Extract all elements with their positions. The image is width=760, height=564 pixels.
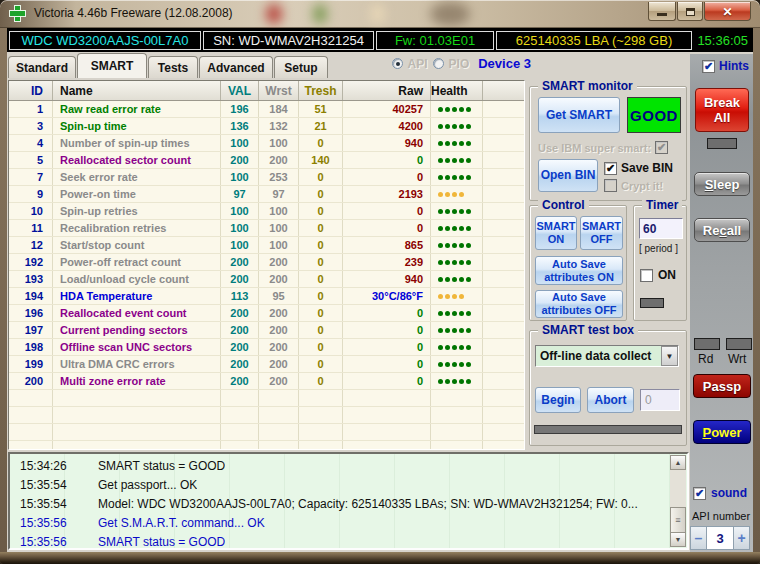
- smart-monitor-title: SMART monitor: [538, 79, 637, 93]
- scrollbar-thumb[interactable]: ≡: [670, 507, 686, 533]
- table-row[interactable]: 196 Reallocated event count 200 200 0 0: [9, 305, 524, 322]
- table-row[interactable]: 198 Offline scan UNC sectors 200 200 0 0: [9, 339, 524, 356]
- table-row[interactable]: 192 Power-off retract count 200 200 0 23…: [9, 254, 524, 271]
- health-dot: [459, 362, 464, 367]
- scroll-down-icon[interactable]: ▼: [670, 532, 686, 547]
- minimize-button[interactable]: [648, 2, 676, 21]
- recall-button[interactable]: Recall: [694, 218, 750, 242]
- cell-raw: [343, 424, 431, 440]
- autosave-off-button[interactable]: Auto Save attributes OFF: [535, 290, 623, 318]
- abort-button[interactable]: Abort: [587, 387, 634, 413]
- test-select-dropdown[interactable]: Off-line data collect ▼: [535, 345, 679, 367]
- table-row[interactable]: 197 Current pending sectors 200 200 0 0: [9, 322, 524, 339]
- table-row[interactable]: 10 Spin-up retries 100 100 0 0: [9, 203, 524, 220]
- table-row[interactable]: 11 Recalibration retries 100 100 0 0: [9, 220, 524, 237]
- log-timestamp: 15:35:54: [10, 478, 82, 492]
- cell-val: 200: [221, 356, 259, 372]
- health-dot: [459, 158, 464, 163]
- cell-tresh: 0: [299, 322, 343, 338]
- health-dot: [438, 175, 443, 180]
- smart-on-button[interactable]: SMART ON: [535, 216, 577, 250]
- api-number-decrement-button[interactable]: –: [690, 526, 707, 550]
- health-dot: [459, 141, 464, 146]
- health-dot: [445, 141, 450, 146]
- cell-val: 113: [221, 288, 259, 304]
- cell-id: 193: [9, 271, 53, 287]
- power-button[interactable]: Power: [693, 420, 751, 444]
- scroll-up-icon[interactable]: ▲: [670, 455, 686, 470]
- sleep-button[interactable]: Sleep: [694, 172, 750, 196]
- timer-group: Timer [ period ] ON: [633, 205, 687, 321]
- table-row[interactable]: 9 Power-on time 97 97 0 2193: [9, 186, 524, 203]
- autosave-on-button[interactable]: Auto Save attributes ON: [535, 256, 623, 285]
- table-row[interactable]: 7 Seek error rate 100 253 0 0: [9, 169, 524, 186]
- table-row[interactable]: [9, 441, 524, 450]
- cell-tresh: [299, 390, 343, 406]
- cell-id: 1: [9, 101, 53, 117]
- table-row[interactable]: 199 Ultra DMA CRC errors 200 200 0 0: [9, 356, 524, 373]
- health-dot: [459, 311, 464, 316]
- table-row[interactable]: 193 Load/unload cycle count 200 200 0 94…: [9, 271, 524, 288]
- log-timestamp: 15:35:56: [10, 516, 82, 530]
- open-bin-button[interactable]: Open BIN: [538, 159, 598, 192]
- timer-on-checkbox[interactable]: [640, 269, 653, 282]
- cell-wrst: 100: [259, 203, 299, 219]
- health-dot: [452, 311, 457, 316]
- health-dot: [445, 107, 450, 112]
- api-radio[interactable]: [392, 58, 403, 69]
- sound-checkbox[interactable]: [693, 487, 706, 500]
- dropdown-arrow-icon[interactable]: ▼: [661, 346, 678, 366]
- smart-off-button[interactable]: SMART OFF: [580, 216, 623, 250]
- tab-standard[interactable]: Standard: [8, 56, 76, 78]
- cell-tresh: [299, 441, 343, 450]
- api-number-increment-button[interactable]: +: [733, 526, 750, 550]
- cell-health: [431, 135, 483, 151]
- break-all-button[interactable]: Break All: [695, 88, 749, 132]
- table-row[interactable]: 4 Number of spin-up times 100 100 0 940: [9, 135, 524, 152]
- timer-period-input[interactable]: [639, 218, 683, 239]
- cell-wrst: [259, 441, 299, 450]
- table-row[interactable]: [9, 407, 524, 424]
- log-message: SMART status = GOOD: [82, 459, 225, 473]
- drive-info-bar: WDC WD3200AAJS-00L7A0 SN: WD-WMAV2H32125…: [7, 28, 753, 52]
- tab-smart[interactable]: SMART: [77, 53, 147, 78]
- health-dot: [452, 209, 457, 214]
- save-bin-checkbox[interactable]: [604, 162, 617, 175]
- titlebar-blur-decoration: [371, 4, 384, 24]
- health-dot: [466, 209, 471, 214]
- window-title: Victoria 4.46b Freeware (12.08.2008): [34, 6, 233, 20]
- begin-button[interactable]: Begin: [535, 387, 581, 413]
- table-row[interactable]: 5 Reallocated sector count 200 200 140 0: [9, 152, 524, 169]
- tab-setup[interactable]: Setup: [274, 56, 328, 78]
- cell-filler: [483, 288, 524, 304]
- cell-health: [431, 203, 483, 219]
- table-row[interactable]: 194 HDA Temperature 113 95 0 30°C/86°F: [9, 288, 524, 305]
- sound-label: sound: [711, 486, 747, 500]
- get-smart-button[interactable]: Get SMART: [538, 97, 620, 133]
- cell-val: 100: [221, 169, 259, 185]
- passport-button[interactable]: Passp: [693, 374, 751, 398]
- close-button[interactable]: ✕: [704, 2, 751, 21]
- pio-radio[interactable]: [433, 58, 444, 69]
- device-label: Device 3: [478, 56, 531, 71]
- cell-val: 97: [221, 186, 259, 202]
- tab-tests[interactable]: Tests: [148, 56, 198, 78]
- table-row[interactable]: 12 Start/stop count 100 100 0 865: [9, 237, 524, 254]
- hints-checkbox[interactable]: [702, 60, 715, 73]
- cell-name: HDA Temperature: [53, 288, 221, 304]
- table-row[interactable]: 200 Multi zone error rate 200 200 0 0: [9, 373, 524, 390]
- health-dot: [445, 345, 450, 350]
- table-row[interactable]: [9, 390, 524, 407]
- cell-wrst: 200: [259, 373, 299, 389]
- table-row[interactable]: [9, 424, 524, 441]
- control-group: Control SMART ON SMART OFF Auto Save att…: [529, 205, 627, 321]
- smart-test-box-title: SMART test box: [538, 323, 638, 337]
- table-row[interactable]: 3 Spin-up time 136 132 21 4200: [9, 118, 524, 135]
- cell-val: 100: [221, 220, 259, 236]
- test-counter-field[interactable]: [640, 389, 680, 411]
- cell-raw: 0: [343, 339, 431, 355]
- maximize-button[interactable]: [677, 2, 703, 21]
- tab-advanced[interactable]: Advanced: [199, 56, 273, 78]
- table-row[interactable]: 1 Raw read error rate 196 184 51 40257: [9, 101, 524, 118]
- log-scrollbar[interactable]: ▲ ≡ ▼: [670, 455, 686, 547]
